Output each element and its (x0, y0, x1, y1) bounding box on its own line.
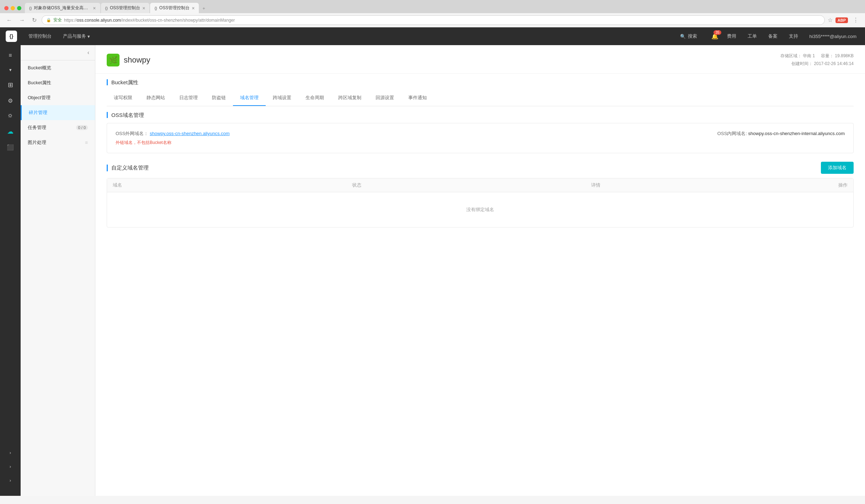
tab-title-2: OSS管理控制台 (110, 5, 140, 11)
tab-title-1: 对象存储OSS_海量安全高可靠... (34, 5, 91, 11)
expand-icon-1: › (10, 450, 11, 455)
bucket-title: 🌿 showpy (107, 54, 150, 66)
close-window-btn[interactable] (4, 6, 9, 10)
oss-external-label: OSS外网域名： (116, 131, 148, 136)
bucket-icon: 🌿 (107, 54, 120, 66)
expand-icon-3: › (10, 478, 11, 483)
sidebar-item-object-manage[interactable]: Object管理 (21, 90, 95, 105)
new-tab-btn[interactable]: + (200, 4, 211, 13)
icon-sidebar-storage[interactable]: ⬛ (4, 141, 17, 154)
refresh-btn[interactable]: ↻ (30, 16, 39, 24)
nav-right: 🔔 35 费用 工单 备案 支持 hi355*****@aliyun.com (711, 32, 859, 41)
browser-nav: ← → ↻ 🔒 安全 https://oss.console.aliyun.co… (0, 13, 865, 27)
logo: {} (6, 31, 17, 42)
nav-filing[interactable]: 备案 (765, 32, 780, 41)
sidebar-header: ‹ (21, 45, 95, 60)
domain-table-empty: 没有绑定域名 (107, 192, 853, 227)
tab-icon-2: {} (105, 6, 108, 10)
sidebar-item-fragment-manage[interactable]: 碎片管理 (21, 105, 95, 120)
back-btn[interactable]: ← (4, 16, 14, 24)
tab-icon-1: {} (29, 6, 32, 10)
nav-tools[interactable]: 工单 (745, 32, 760, 41)
oss-internal-domain: OSS内网域名: showpy.oss-cn-shenzhen-internal… (717, 130, 845, 137)
tab-title-3: OSS管理控制台 (159, 5, 190, 11)
minimize-window-btn[interactable] (11, 6, 15, 10)
nav-fees[interactable]: 费用 (724, 32, 739, 41)
sidebar-collapse-btn[interactable]: ‹ (87, 49, 89, 56)
tab-log-manage[interactable]: 日志管理 (172, 90, 205, 106)
url-domain: oss.console.aliyun.com (77, 18, 121, 23)
tab-anti-leech[interactable]: 防盗链 (205, 90, 233, 106)
secure-label: 安全 (53, 17, 62, 23)
meta-region-label: 存储区域： (780, 53, 802, 58)
nav-management[interactable]: 管理控制台 (26, 32, 54, 41)
domain-table-header: 域名 状态 详情 操作 (107, 178, 853, 192)
nav-search-btn[interactable]: 🔍 搜索 (680, 33, 697, 39)
icon-sidebar-menu[interactable]: ≡ (6, 49, 15, 61)
tab-events[interactable]: 事件通知 (401, 90, 434, 106)
col-detail: 详情 (585, 182, 825, 188)
tab-close-3[interactable]: × (192, 5, 195, 11)
app: {} 管理控制台 产品与服务 ▾ 🔍 搜索 🔔 35 费用 工单 备案 支持 h… (0, 27, 865, 496)
meta-capacity-label: 容量： (821, 53, 834, 58)
meta-created-value: 2017-02-26 14:46:14 (814, 61, 854, 66)
nav-products[interactable]: 产品与服务 ▾ (63, 33, 90, 39)
menu-btn[interactable]: ⋮ (851, 16, 861, 24)
abp-btn[interactable]: ABP (835, 17, 848, 23)
sidebar-item-bucket-props[interactable]: Bucket属性 (21, 75, 95, 90)
grid-icon: ⊞ (8, 81, 13, 89)
tab-domain-manage[interactable]: 域名管理 (233, 90, 266, 106)
search-icon: 🔍 (680, 34, 686, 39)
icon-sidebar-arrow[interactable]: ▾ (6, 64, 15, 75)
tabs-bar: 读写权限 静态网站 日志管理 防盗链 域名管理 跨域设置 生命周 (107, 90, 854, 106)
oss-domain-box: OSS外网域名： showpy.oss-cn-shenzhen.aliyuncs… (107, 123, 854, 153)
sidebar-item-bucket-overview[interactable]: Bucket概览 (21, 60, 95, 75)
address-url: https://oss.console.aliyun.com/index#/bu… (64, 18, 820, 23)
bucket-meta: 存储区域： 华南 1 容量： 19.898KB 创建时间： 2017-02-26… (780, 52, 854, 68)
bell-badge: 35 (713, 30, 721, 35)
icon-sidebar-expand3[interactable]: › (7, 475, 14, 486)
bookmark-btn[interactable]: ☆ (828, 17, 833, 23)
tab-icon-3: {} (154, 6, 157, 10)
sidebar-item-task-manage[interactable]: 任务管理 0 / 0 (21, 120, 95, 135)
tab-static-site[interactable]: 静态网站 (139, 90, 172, 106)
browser-tab-3[interactable]: {} OSS管理控制台 × (150, 3, 199, 13)
forward-btn[interactable]: → (17, 16, 27, 24)
bucket-icon-symbol: 🌿 (109, 56, 118, 64)
icon-sidebar-settings[interactable]: ⚙ (5, 95, 16, 107)
oss-external-value[interactable]: showpy.oss-cn-shenzhen.aliyuncs.com (150, 131, 229, 136)
icon-sidebar-expand1[interactable]: › (7, 447, 14, 458)
tab-back-source[interactable]: 回源设置 (368, 90, 401, 106)
address-bar[interactable]: 🔒 安全 https://oss.console.aliyun.com/inde… (42, 15, 825, 25)
sidebar: ‹ Bucket概览 Bucket属性 Object管理 碎片管理 任务管理 0… (21, 45, 95, 496)
browser-tab-2[interactable]: {} OSS管理控制台 × (101, 3, 150, 13)
meta-capacity-value: 19.898KB (835, 53, 854, 58)
icon-sidebar-users[interactable]: ⛭ (5, 110, 16, 122)
icon-sidebar-expand2[interactable]: › (7, 461, 14, 472)
tab-read-write[interactable]: 读写权限 (107, 90, 139, 106)
dropdown-arrow-icon: ▾ (87, 34, 90, 39)
main-content: 🌿 showpy 存储区域： 华南 1 容量： 19.898KB 创建时间： (95, 45, 865, 496)
icon-sidebar-grid[interactable]: ⊞ (5, 78, 16, 92)
nav-support[interactable]: 支持 (786, 32, 801, 41)
tab-close-1[interactable]: × (93, 5, 96, 11)
hamburger-icon: ≡ (9, 52, 12, 59)
tab-cross-region[interactable]: 跨区域复制 (331, 90, 368, 106)
nav-user-email[interactable]: hi355*****@aliyun.com (807, 32, 859, 41)
tab-lifecycle[interactable]: 生命周期 (298, 90, 331, 106)
oss-domain-title: OSS域名管理 (107, 112, 144, 118)
oss-domain-section: OSS域名管理 OSS外网域名： showpy.oss-cn-shenzhen.… (107, 112, 854, 153)
sidebar-item-image-process[interactable]: 图片处理 ≡ (21, 135, 95, 150)
domain-table: 域名 状态 详情 操作 没有绑定域名 (107, 178, 854, 227)
browser-tab-1[interactable]: {} 对象存储OSS_海量安全高可靠... × (25, 3, 100, 13)
add-domain-btn[interactable]: 添加域名 (821, 162, 854, 174)
icon-sidebar: ≡ ▾ ⊞ ⚙ ⛭ ☁ ⬛ › (0, 45, 21, 496)
tab-close-2[interactable]: × (142, 5, 145, 11)
expand-icon-2: › (10, 464, 11, 469)
col-status: 状态 (346, 182, 586, 188)
icon-sidebar-cloud[interactable]: ☁ (4, 125, 16, 138)
tab-cors[interactable]: 跨域设置 (266, 90, 298, 106)
nav-bell-btn[interactable]: 🔔 35 (711, 33, 718, 40)
maximize-window-btn[interactable] (17, 6, 21, 10)
settings-icon: ⚙ (8, 97, 13, 104)
